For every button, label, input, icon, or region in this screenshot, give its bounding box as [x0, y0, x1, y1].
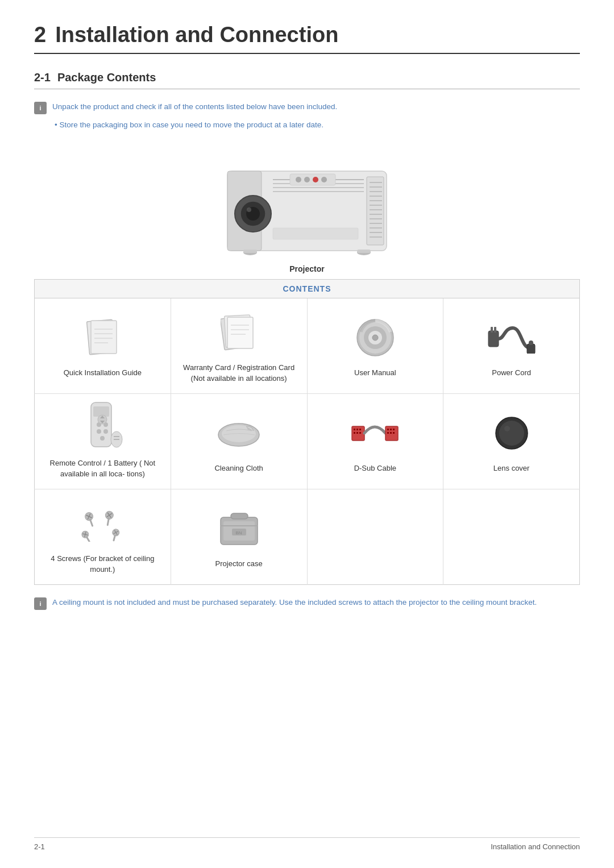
svg-rect-101 [86, 536, 91, 542]
svg-rect-86 [393, 432, 395, 434]
case-icon: BN [215, 509, 263, 549]
section-number: 2-1 [34, 71, 51, 84]
svg-point-31 [296, 177, 301, 182]
svg-rect-107 [231, 513, 248, 519]
note-text-2: Store the packaging box in case you need… [59, 121, 323, 129]
svg-point-62 [97, 429, 101, 434]
remote-icon [80, 400, 125, 456]
svg-rect-78 [356, 432, 358, 434]
remote-image [40, 405, 165, 451]
remote-label: Remote Control / 1 Battery ( Not availab… [40, 458, 165, 480]
power-cord-image [449, 315, 574, 360]
footer-left: 2-1 [34, 842, 45, 851]
svg-rect-76 [359, 429, 361, 430]
svg-rect-75 [356, 429, 358, 430]
content-empty-3 [307, 489, 443, 584]
projector-image [210, 148, 404, 264]
contents-row-1: Quick Installation Guide Warranty Card /… [35, 298, 580, 393]
svg-text:i: i [39, 600, 41, 607]
warranty-image [177, 310, 301, 355]
bottom-note-block: i A ceiling mount is not included and mu… [34, 596, 580, 610]
footer-right: Installation and Connection [491, 842, 580, 851]
dsub-label: D-Sub Cable [313, 463, 438, 474]
content-item-power-cord: Power Cord [443, 298, 580, 393]
svg-text:i: i [39, 105, 41, 111]
screws-label: 4 Screws (For bracket of ceiling mount.) [40, 553, 165, 575]
projector-image-area: Projector [34, 148, 580, 273]
svg-rect-79 [359, 432, 361, 434]
svg-rect-81 [387, 429, 389, 430]
chapter-title: Installation and Connection [55, 23, 338, 47]
warranty-icon [221, 313, 258, 352]
chapter-number: 2 [34, 23, 46, 47]
content-item-screws: 4 Screws (For bracket of ceiling mount.) [35, 489, 171, 584]
svg-rect-37 [91, 321, 117, 354]
content-item-projector-case: BN Projector case [171, 489, 307, 584]
lens-cover-image [449, 410, 574, 456]
svg-rect-55 [494, 327, 496, 333]
cloth-icon [215, 415, 263, 452]
svg-point-33 [313, 177, 318, 182]
lens-cover-icon [495, 416, 529, 450]
svg-point-32 [304, 177, 310, 182]
content-item-remote: Remote Control / 1 Battery ( Not availab… [35, 393, 171, 489]
svg-rect-77 [354, 432, 355, 434]
quick-guide-icon [85, 318, 119, 358]
screws-image [40, 501, 165, 546]
dsub-icon [351, 415, 399, 452]
svg-rect-85 [390, 432, 392, 434]
power-cord-label: Power Cord [449, 367, 574, 379]
bullet-secondary: • Store the packaging box in case you ne… [34, 119, 580, 131]
power-cord-icon [487, 322, 536, 354]
svg-rect-35 [273, 228, 358, 239]
screws-icon [80, 505, 125, 542]
svg-point-88 [499, 421, 524, 446]
svg-point-63 [103, 429, 108, 434]
svg-rect-105 [113, 534, 117, 541]
svg-point-64 [100, 436, 105, 441]
projector-svg [210, 148, 404, 262]
section-title: Package Contents [57, 71, 156, 84]
svg-point-89 [504, 426, 510, 431]
contents-table: CONTENTS Quick Installation Guide [34, 279, 580, 585]
user-manual-image [313, 315, 438, 360]
svg-rect-44 [227, 317, 253, 348]
svg-point-7 [247, 207, 251, 212]
disc-icon [355, 318, 395, 358]
content-item-cloth: Cleaning Cloth [171, 393, 307, 489]
quick-guide-label: Quick Installation Guide [40, 367, 165, 379]
svg-rect-54 [491, 327, 493, 333]
dsub-image [313, 410, 438, 456]
page-container: 2Installation and Connection 2-1 Package… [0, 0, 614, 644]
svg-text:BN: BN [235, 530, 242, 535]
content-item-warranty: Warranty Card / Registration Card (Not a… [171, 298, 307, 393]
svg-point-34 [321, 177, 327, 182]
svg-point-57 [529, 340, 533, 345]
chapter-header: 2Installation and Connection [34, 23, 580, 54]
svg-rect-74 [354, 429, 355, 430]
svg-rect-29 [357, 250, 371, 253]
contents-header: CONTENTS [35, 279, 580, 298]
content-item-user-manual: User Manual [307, 298, 443, 393]
note-icon-1: i [34, 102, 47, 114]
svg-rect-82 [390, 429, 392, 430]
projector-label: Projector [34, 264, 580, 273]
content-empty-4 [443, 489, 580, 584]
cloth-label: Cleaning Cloth [177, 463, 301, 474]
bottom-note-icon: i [34, 597, 47, 610]
projector-case-image: BN [177, 506, 301, 551]
quick-guide-image [40, 315, 165, 360]
bottom-note-text: A ceiling mount is not included and must… [52, 596, 537, 609]
footer: 2-1 Installation and Connection [34, 837, 580, 851]
svg-rect-83 [393, 429, 395, 430]
lens-cover-label: Lens cover [449, 463, 574, 474]
svg-rect-84 [387, 432, 389, 434]
svg-rect-27 [243, 250, 257, 253]
cloth-image [177, 410, 301, 456]
content-item-lens-cover: Lens cover [443, 393, 580, 489]
note-block-1: i Unpack the product and check if all of… [34, 101, 580, 114]
warranty-label: Warranty Card / Registration Card (Not a… [177, 362, 301, 384]
user-manual-label: User Manual [313, 367, 438, 379]
contents-row-2: Remote Control / 1 Battery ( Not availab… [35, 393, 580, 489]
content-item-quick-guide: Quick Installation Guide [35, 298, 171, 393]
